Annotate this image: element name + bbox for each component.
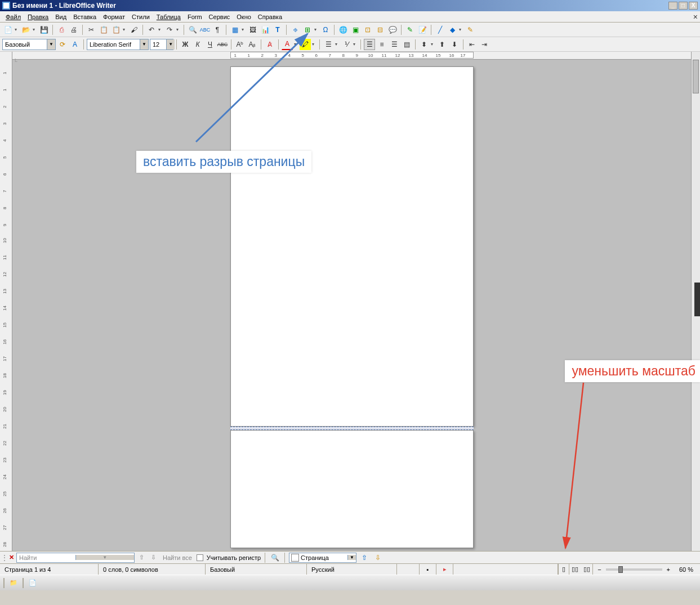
menu-help[interactable]: Справка [255,12,286,21]
menu-edit[interactable]: Правка [24,12,52,21]
underline-button[interactable]: Ч [204,39,216,50]
basic-shapes-button[interactable]: ◆ [447,24,458,35]
vertical-ruler[interactable]: // populated below via JS for ticks 1123… [0,52,12,551]
bold-button[interactable]: Ж [180,39,191,50]
dropdown-arrow-icon[interactable]: ▼ [75,555,135,560]
status-selection-mode[interactable]: ▪ [420,564,436,575]
insert-field-button[interactable]: ⊞ [302,24,313,35]
new-dropdown[interactable]: ▾ [15,27,19,32]
cut-button[interactable]: ✂ [86,24,97,35]
taskbar-document-icon[interactable]: 📄 [27,577,38,589]
undo-button[interactable]: ↶ [146,24,157,35]
zoom-slider[interactable] [606,568,662,571]
font-color-button[interactable]: A [282,39,293,50]
taskbar-filemanager-icon[interactable]: 📁 [8,577,19,589]
vertical-scrollbar[interactable] [691,52,700,551]
findbar-grip[interactable]: ⋮ [2,552,7,563]
show-draw-button[interactable]: ✎ [465,24,476,35]
table-dropdown[interactable]: ▾ [242,27,246,32]
align-right-button[interactable]: ☰ [389,39,400,50]
line-button[interactable]: ╱ [434,24,445,35]
clear-format-button[interactable]: A̷ [264,39,275,50]
track-changes-button[interactable]: ✎ [404,24,416,35]
font-size-combo[interactable]: 12 ▼ [150,39,173,50]
match-case-checkbox[interactable] [197,554,203,561]
redo-dropdown[interactable]: ▾ [176,27,181,32]
spellcheck-button[interactable]: ABC [199,24,211,35]
view-single-page-button[interactable]: ▯ [558,564,569,575]
undo-dropdown[interactable]: ▾ [158,27,163,32]
maximize-button[interactable]: □ [679,2,688,10]
status-page-style[interactable]: Базовый [206,564,307,575]
paragraph-style-combo[interactable]: Базовый ▼ [2,39,56,50]
decrease-indent-button[interactable]: ⇤ [466,39,478,50]
find-input[interactable]: Найти ▼ [16,553,135,563]
find-prev-button[interactable]: ⇧ [137,553,146,562]
menu-form[interactable]: Form [184,12,206,21]
shapes-dropdown[interactable]: ▾ [459,27,463,32]
font-name-combo[interactable]: Liberation Serif ▼ [87,39,149,50]
footnote-button[interactable]: ▣ [350,24,361,35]
paste-button[interactable]: 📋 [110,24,122,35]
insert-special-char-button[interactable]: Ω [320,24,331,35]
font-color-dropdown[interactable]: ▾ [294,42,298,47]
menu-file[interactable]: Файл [2,12,24,21]
subscript-button[interactable]: Aᵦ [247,39,258,50]
document-canvas[interactable]: L [12,52,691,551]
zoom-out-button[interactable]: − [595,566,603,573]
close-findbar-button[interactable]: ✕ [9,554,14,561]
page-2[interactable] [230,430,474,548]
zoom-slider-knob[interactable] [618,566,623,573]
find-replace-button[interactable]: 🔍 [187,24,198,35]
number-dropdown[interactable]: ▾ [353,42,358,47]
formatting-marks-button[interactable]: ¶ [212,24,223,35]
close-button[interactable]: X [689,2,698,10]
status-signature[interactable]: ▸ [436,564,453,575]
save-button[interactable]: 💾 [38,24,50,35]
menu-tools[interactable]: Сервис [206,12,234,21]
hyperlink-button[interactable]: 🌐 [337,24,349,35]
find-next-button[interactable]: ⇩ [149,553,158,562]
sidebar-toggle[interactable] [694,283,700,316]
print-button[interactable]: 🖨 [68,24,79,35]
comment-button[interactable]: 💬 [387,24,398,35]
zoom-in-button[interactable]: + [665,566,672,573]
insert-table-button[interactable]: ▦ [229,24,240,35]
open-button[interactable]: 📂 [20,24,32,35]
paste-dropdown[interactable]: ▾ [123,27,127,32]
status-page[interactable]: Страница 1 из 4 [0,564,99,575]
menu-view[interactable]: Вид [52,12,70,21]
export-pdf-button[interactable]: ⎙ [56,24,67,35]
minimize-button[interactable]: _ [668,2,677,10]
bullet-list-button[interactable]: ☰ [323,39,334,50]
menu-format[interactable]: Формат [100,12,128,21]
number-list-button[interactable]: ⅟ [341,39,352,50]
highlight-dropdown[interactable]: ▾ [312,42,316,47]
insert-image-button[interactable]: 🖼 [247,24,258,35]
highlight-button[interactable]: 🖍 [300,39,311,50]
align-left-button[interactable]: ☰ [364,39,375,50]
nav-prev-button[interactable]: ⇧ [359,552,370,563]
show-changes-button[interactable]: 📝 [417,24,428,35]
field-dropdown[interactable]: ▾ [314,27,319,32]
cross-ref-button[interactable]: ⊟ [374,24,386,35]
align-center-button[interactable]: ≡ [376,39,387,50]
find-all-button[interactable]: Найти все [160,554,194,562]
status-insert-mode[interactable] [397,564,420,575]
open-dropdown[interactable]: ▾ [33,27,37,32]
strikethrough-button[interactable]: ABC [217,39,228,50]
update-style-button[interactable]: ⟳ [57,39,68,50]
bullet-dropdown[interactable]: ▾ [335,42,340,47]
insert-page-break-button[interactable]: ⎆ [289,24,301,35]
menu-table[interactable]: Таблица [153,12,184,21]
insert-chart-button[interactable]: 📊 [260,24,271,35]
view-multi-page-button[interactable]: ▯▯ [569,564,581,575]
menu-insert[interactable]: Вставка [70,12,100,21]
spacing-dropdown[interactable]: ▾ [431,42,435,47]
bookmark-button[interactable]: ⊡ [362,24,373,35]
line-spacing-button[interactable]: ⬍ [418,39,430,50]
taskbar-grip[interactable] [23,578,24,588]
new-button[interactable]: 📄 [2,24,14,35]
status-wordcount[interactable]: 0 слов, 0 символов [99,564,206,575]
superscript-button[interactable]: Aᵇ [234,39,246,50]
